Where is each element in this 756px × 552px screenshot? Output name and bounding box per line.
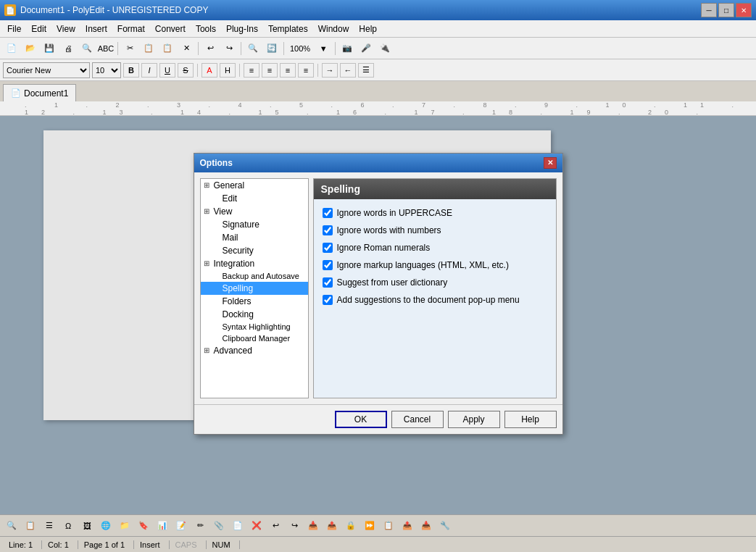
tree-item-mail[interactable]: Mail xyxy=(201,231,308,244)
tab-document1[interactable]: 📄 Document1 xyxy=(3,84,76,101)
bottom-btn-5[interactable]: 🖼 xyxy=(78,518,96,534)
cancel-button[interactable]: Cancel xyxy=(391,411,444,428)
tree-item-clipboard[interactable]: Clipboard Manager xyxy=(201,333,308,344)
tree-item-integration[interactable]: ⊞ Integration xyxy=(201,257,308,270)
align-left-button[interactable]: ≡ xyxy=(244,63,259,78)
bottom-btn-23[interactable]: 📥 xyxy=(418,518,435,534)
tree-item-edit[interactable]: Edit xyxy=(201,192,308,205)
indent-button[interactable]: → xyxy=(322,63,338,78)
option-roman-checkbox[interactable] xyxy=(323,243,333,253)
option-uppercase-checkbox[interactable] xyxy=(323,208,333,218)
option-userdict-checkbox[interactable] xyxy=(323,277,333,288)
bottom-btn-24[interactable]: 🔧 xyxy=(436,518,454,534)
menu-view[interactable]: View xyxy=(52,22,80,35)
bottom-btn-18[interactable]: 📤 xyxy=(323,518,341,534)
bottom-btn-4[interactable]: Ω xyxy=(59,518,77,534)
spellcheck-button[interactable]: ABC xyxy=(97,41,115,57)
option-numbers-checkbox[interactable] xyxy=(323,225,333,235)
menu-plugins[interactable]: Plug-Ins xyxy=(222,22,262,35)
plugin-button[interactable]: 🔌 xyxy=(376,41,394,57)
bottom-btn-12[interactable]: 📎 xyxy=(210,518,228,534)
option-markup-checkbox[interactable] xyxy=(323,260,333,270)
bottom-btn-21[interactable]: 📋 xyxy=(380,518,397,534)
tree-item-syntax[interactable]: Syntax Highlighting xyxy=(201,321,308,333)
print-preview-button[interactable]: 🔍 xyxy=(78,41,96,57)
save-button[interactable]: 💾 xyxy=(41,41,58,57)
bottom-btn-20[interactable]: ⏩ xyxy=(361,518,378,534)
menu-edit[interactable]: Edit xyxy=(27,22,51,35)
record-button[interactable]: 🎤 xyxy=(357,41,375,57)
print-button[interactable]: 🖨 xyxy=(59,41,77,57)
ok-button[interactable]: OK xyxy=(335,411,387,428)
tree-item-spelling[interactable]: Spelling xyxy=(201,282,308,295)
redo-button[interactable]: ↪ xyxy=(220,41,238,57)
tree-item-docking[interactable]: Docking xyxy=(201,308,308,321)
bottom-btn-7[interactable]: 📁 xyxy=(116,518,133,534)
paste-button[interactable]: 📋 xyxy=(159,41,176,57)
replace-button[interactable]: 🔄 xyxy=(263,41,281,57)
bottom-btn-16[interactable]: ↪ xyxy=(286,518,303,534)
bottom-btn-6[interactable]: 🌐 xyxy=(97,518,115,534)
highlight-button[interactable]: H xyxy=(220,63,236,78)
help-button[interactable]: Help xyxy=(504,411,557,428)
strikethrough-button[interactable]: S xyxy=(178,63,194,78)
tree-item-signature[interactable]: Signature xyxy=(201,218,308,231)
option-popup-checkbox[interactable] xyxy=(323,295,333,305)
menu-bar: File Edit View Insert Format Convert Too… xyxy=(0,20,756,38)
dialog-close-button[interactable]: ✕ xyxy=(544,157,557,169)
window-close-button[interactable]: ✕ xyxy=(736,3,752,17)
delete-button[interactable]: ✕ xyxy=(178,41,195,57)
font-size-select[interactable]: 10 12 14 xyxy=(92,62,121,78)
bottom-btn-14[interactable]: ❌ xyxy=(248,518,265,534)
minimize-button[interactable]: ─ xyxy=(701,3,717,17)
cut-button[interactable]: ✂ xyxy=(121,41,138,57)
new-button[interactable]: 📄 xyxy=(3,41,20,57)
font-name-select[interactable]: Courier New Arial Times New Roman xyxy=(3,62,90,78)
italic-button[interactable]: I xyxy=(141,63,157,78)
bottom-btn-19[interactable]: 🔒 xyxy=(342,518,360,534)
align-right-button[interactable]: ≡ xyxy=(280,63,296,78)
tree-item-folders[interactable]: Folders xyxy=(201,295,308,308)
menu-format[interactable]: Format xyxy=(113,22,149,35)
align-center-button[interactable]: ≡ xyxy=(262,63,278,78)
bottom-btn-15[interactable]: ↩ xyxy=(267,518,284,534)
list-button[interactable]: ☰ xyxy=(358,63,374,78)
tree-item-advanced[interactable]: ⊞ Advanced xyxy=(201,344,308,357)
bottom-btn-8[interactable]: 🔖 xyxy=(135,518,152,534)
zoom-dropdown[interactable]: ▼ xyxy=(315,41,332,57)
bottom-btn-1[interactable]: 🔍 xyxy=(3,518,20,534)
bold-button[interactable]: B xyxy=(123,63,139,78)
menu-insert[interactable]: Insert xyxy=(81,22,112,35)
copy-button[interactable]: 📋 xyxy=(140,41,157,57)
menu-file[interactable]: File xyxy=(3,22,25,35)
menu-window[interactable]: Window xyxy=(314,22,354,35)
tree-item-general[interactable]: ⊞ General xyxy=(201,179,308,192)
underline-button[interactable]: U xyxy=(159,63,175,78)
maximize-button[interactable]: □ xyxy=(718,3,734,17)
menu-help[interactable]: Help xyxy=(354,22,381,35)
apply-button[interactable]: Apply xyxy=(448,411,500,428)
menu-templates[interactable]: Templates xyxy=(264,22,312,35)
menu-convert[interactable]: Convert xyxy=(151,22,190,35)
bottom-btn-9[interactable]: 📊 xyxy=(154,518,171,534)
status-col: Col: 1 xyxy=(45,540,78,549)
find-button[interactable]: 🔍 xyxy=(244,41,262,57)
bottom-btn-11[interactable]: ✏ xyxy=(191,518,209,534)
bottom-btn-10[interactable]: 📝 xyxy=(173,518,190,534)
outdent-button[interactable]: ← xyxy=(340,63,356,78)
menu-tools[interactable]: Tools xyxy=(191,22,220,35)
bottom-btn-2[interactable]: 📋 xyxy=(22,518,39,534)
webcam-button[interactable]: 📷 xyxy=(338,41,356,57)
tree-item-backup[interactable]: Backup and Autosave xyxy=(201,270,308,282)
bottom-btn-17[interactable]: 📥 xyxy=(304,518,322,534)
text-color-button[interactable]: A xyxy=(202,63,217,78)
tree-item-security[interactable]: Security xyxy=(201,244,308,257)
bottom-btn-22[interactable]: 📤 xyxy=(399,518,416,534)
tree-item-view[interactable]: ⊞ View xyxy=(201,205,308,218)
undo-button[interactable]: ↩ xyxy=(202,41,219,57)
spelling-title: Spelling xyxy=(321,183,360,195)
open-button[interactable]: 📂 xyxy=(22,41,39,57)
bottom-btn-13[interactable]: 📄 xyxy=(229,518,246,534)
bottom-btn-3[interactable]: ☰ xyxy=(41,518,58,534)
justify-button[interactable]: ≡ xyxy=(298,63,314,78)
